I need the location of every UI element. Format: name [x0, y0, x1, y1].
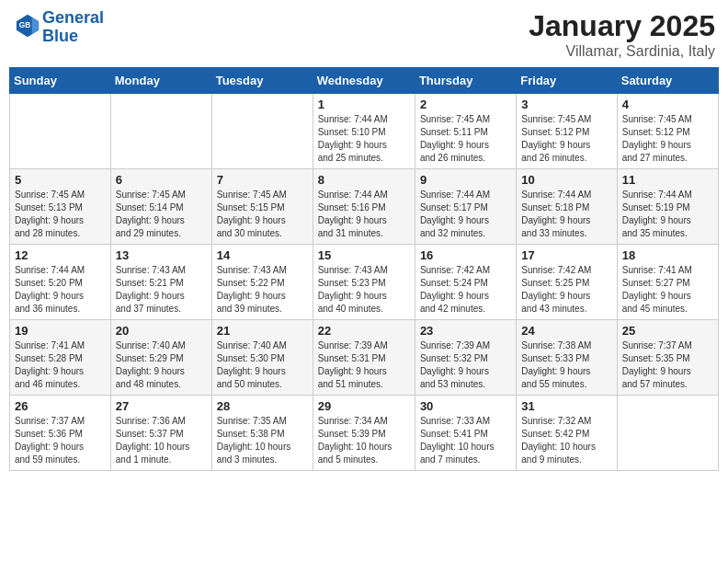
day-info: Sunrise: 7:45 AM Sunset: 5:12 PM Dayligh…	[521, 113, 611, 165]
calendar-cell: 21Sunrise: 7:40 AM Sunset: 5:30 PM Dayli…	[211, 320, 313, 396]
day-number: 24	[521, 324, 611, 338]
day-number: 11	[622, 173, 713, 187]
calendar-cell: 20Sunrise: 7:40 AM Sunset: 5:29 PM Dayli…	[110, 320, 211, 396]
calendar-cell: 26Sunrise: 7:37 AM Sunset: 5:36 PM Dayli…	[10, 396, 111, 471]
day-number: 18	[622, 248, 713, 262]
calendar-cell: 3Sunrise: 7:45 AM Sunset: 5:12 PM Daylig…	[517, 94, 617, 169]
calendar-week-row: 1Sunrise: 7:44 AM Sunset: 5:10 PM Daylig…	[10, 94, 719, 169]
calendar-table: SundayMondayTuesdayWednesdayThursdayFrid…	[9, 67, 719, 471]
page-header: GB General Blue January 2025 Villamar, S…	[9, 9, 719, 60]
logo-text-line2: Blue	[42, 28, 104, 46]
day-number: 8	[318, 173, 410, 187]
calendar-cell: 15Sunrise: 7:43 AM Sunset: 5:23 PM Dayli…	[313, 245, 415, 320]
calendar-cell: 23Sunrise: 7:39 AM Sunset: 5:32 PM Dayli…	[415, 320, 516, 396]
weekday-header: Saturday	[617, 68, 718, 94]
day-info: Sunrise: 7:44 AM Sunset: 5:16 PM Dayligh…	[318, 189, 410, 240]
calendar-cell: 7Sunrise: 7:45 AM Sunset: 5:15 PM Daylig…	[211, 169, 313, 245]
weekday-header: Tuesday	[211, 68, 313, 94]
day-number: 16	[420, 248, 511, 262]
day-number: 17	[521, 248, 611, 262]
calendar-cell: 13Sunrise: 7:43 AM Sunset: 5:21 PM Dayli…	[110, 245, 211, 320]
calendar-cell: 28Sunrise: 7:35 AM Sunset: 5:38 PM Dayli…	[211, 396, 313, 471]
day-number: 14	[217, 248, 308, 262]
day-number: 9	[420, 173, 511, 187]
day-number: 7	[217, 173, 308, 187]
day-number: 1	[318, 98, 410, 111]
svg-text:GB: GB	[19, 20, 31, 29]
day-info: Sunrise: 7:37 AM Sunset: 5:35 PM Dayligh…	[622, 339, 713, 391]
calendar-cell: 11Sunrise: 7:44 AM Sunset: 5:19 PM Dayli…	[617, 169, 718, 245]
day-info: Sunrise: 7:39 AM Sunset: 5:31 PM Dayligh…	[318, 339, 410, 391]
day-info: Sunrise: 7:43 AM Sunset: 5:23 PM Dayligh…	[318, 264, 410, 316]
calendar-cell: 2Sunrise: 7:45 AM Sunset: 5:11 PM Daylig…	[415, 94, 516, 169]
day-info: Sunrise: 7:40 AM Sunset: 5:30 PM Dayligh…	[217, 339, 308, 391]
weekday-header: Sunday	[10, 68, 111, 94]
calendar-cell	[10, 94, 111, 169]
calendar-cell: 24Sunrise: 7:38 AM Sunset: 5:33 PM Dayli…	[517, 320, 617, 396]
day-info: Sunrise: 7:43 AM Sunset: 5:21 PM Dayligh…	[116, 264, 207, 316]
day-number: 12	[15, 248, 106, 262]
weekday-header: Monday	[110, 68, 211, 94]
month-title: January 2025	[529, 9, 715, 43]
calendar-cell	[110, 94, 211, 169]
day-number: 29	[318, 399, 410, 413]
day-info: Sunrise: 7:42 AM Sunset: 5:24 PM Dayligh…	[420, 264, 511, 316]
title-area: January 2025 Villamar, Sardinia, Italy	[529, 9, 715, 60]
calendar-cell: 18Sunrise: 7:41 AM Sunset: 5:27 PM Dayli…	[617, 245, 718, 320]
day-info: Sunrise: 7:44 AM Sunset: 5:20 PM Dayligh…	[15, 264, 106, 316]
day-number: 25	[622, 324, 713, 338]
calendar-cell: 8Sunrise: 7:44 AM Sunset: 5:16 PM Daylig…	[313, 169, 415, 245]
day-info: Sunrise: 7:45 AM Sunset: 5:13 PM Dayligh…	[15, 189, 106, 240]
day-info: Sunrise: 7:42 AM Sunset: 5:25 PM Dayligh…	[521, 264, 611, 316]
day-info: Sunrise: 7:45 AM Sunset: 5:11 PM Dayligh…	[420, 113, 511, 165]
day-info: Sunrise: 7:38 AM Sunset: 5:33 PM Dayligh…	[521, 339, 611, 391]
day-number: 13	[116, 248, 207, 262]
day-number: 31	[521, 399, 611, 413]
day-number: 22	[318, 324, 410, 338]
calendar-cell: 14Sunrise: 7:43 AM Sunset: 5:22 PM Dayli…	[211, 245, 313, 320]
calendar-cell: 30Sunrise: 7:33 AM Sunset: 5:41 PM Dayli…	[415, 396, 516, 471]
day-number: 28	[217, 399, 308, 413]
calendar-cell: 25Sunrise: 7:37 AM Sunset: 5:35 PM Dayli…	[617, 320, 718, 396]
calendar-week-row: 12Sunrise: 7:44 AM Sunset: 5:20 PM Dayli…	[10, 245, 719, 320]
day-number: 21	[217, 324, 308, 338]
day-info: Sunrise: 7:40 AM Sunset: 5:29 PM Dayligh…	[116, 339, 207, 391]
location-subtitle: Villamar, Sardinia, Italy	[529, 43, 715, 60]
day-info: Sunrise: 7:36 AM Sunset: 5:37 PM Dayligh…	[116, 415, 207, 466]
day-info: Sunrise: 7:41 AM Sunset: 5:27 PM Dayligh…	[622, 264, 713, 316]
day-info: Sunrise: 7:44 AM Sunset: 5:10 PM Dayligh…	[318, 113, 410, 165]
calendar-cell: 19Sunrise: 7:41 AM Sunset: 5:28 PM Dayli…	[10, 320, 111, 396]
calendar-cell: 6Sunrise: 7:45 AM Sunset: 5:14 PM Daylig…	[110, 169, 211, 245]
calendar-cell: 9Sunrise: 7:44 AM Sunset: 5:17 PM Daylig…	[415, 169, 516, 245]
calendar-cell	[617, 396, 718, 471]
calendar-week-row: 5Sunrise: 7:45 AM Sunset: 5:13 PM Daylig…	[10, 169, 719, 245]
day-number: 19	[15, 324, 106, 338]
day-number: 6	[116, 173, 207, 187]
calendar-cell: 10Sunrise: 7:44 AM Sunset: 5:18 PM Dayli…	[517, 169, 617, 245]
weekday-header-row: SundayMondayTuesdayWednesdayThursdayFrid…	[10, 68, 719, 94]
day-info: Sunrise: 7:41 AM Sunset: 5:28 PM Dayligh…	[15, 339, 106, 391]
day-info: Sunrise: 7:45 AM Sunset: 5:12 PM Dayligh…	[622, 113, 713, 165]
svg-marker-1	[32, 17, 39, 34]
day-number: 20	[116, 324, 207, 338]
logo-icon: GB	[15, 13, 40, 39]
calendar-cell: 31Sunrise: 7:32 AM Sunset: 5:42 PM Dayli…	[517, 396, 617, 471]
calendar-cell: 12Sunrise: 7:44 AM Sunset: 5:20 PM Dayli…	[10, 245, 111, 320]
calendar-cell: 1Sunrise: 7:44 AM Sunset: 5:10 PM Daylig…	[313, 94, 415, 169]
day-number: 3	[521, 98, 611, 111]
day-info: Sunrise: 7:45 AM Sunset: 5:15 PM Dayligh…	[217, 189, 308, 240]
day-info: Sunrise: 7:39 AM Sunset: 5:32 PM Dayligh…	[420, 339, 511, 391]
day-number: 15	[318, 248, 410, 262]
day-number: 5	[15, 173, 106, 187]
day-info: Sunrise: 7:45 AM Sunset: 5:14 PM Dayligh…	[116, 189, 207, 240]
calendar-cell: 27Sunrise: 7:36 AM Sunset: 5:37 PM Dayli…	[110, 396, 211, 471]
calendar-cell: 17Sunrise: 7:42 AM Sunset: 5:25 PM Dayli…	[517, 245, 617, 320]
calendar-cell	[211, 94, 313, 169]
day-info: Sunrise: 7:33 AM Sunset: 5:41 PM Dayligh…	[420, 415, 511, 466]
calendar-cell: 29Sunrise: 7:34 AM Sunset: 5:39 PM Dayli…	[313, 396, 415, 471]
day-number: 4	[622, 98, 713, 111]
logo: GB General Blue	[13, 9, 104, 46]
day-info: Sunrise: 7:32 AM Sunset: 5:42 PM Dayligh…	[521, 415, 611, 466]
day-info: Sunrise: 7:44 AM Sunset: 5:18 PM Dayligh…	[521, 189, 611, 240]
day-info: Sunrise: 7:43 AM Sunset: 5:22 PM Dayligh…	[217, 264, 308, 316]
